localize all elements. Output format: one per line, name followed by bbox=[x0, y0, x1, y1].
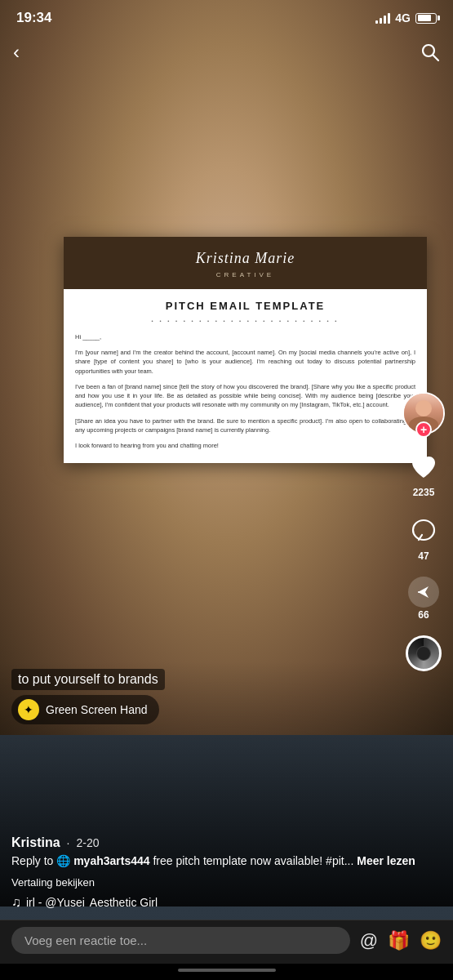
right-sidebar: + 2235 47 66 bbox=[402, 392, 445, 671]
pitch-body: PITCH EMAIL TEMPLATE • • • • • • • • • •… bbox=[64, 289, 427, 463]
music-artist: irl - @Yusei bbox=[26, 896, 85, 909]
pitch-divider: • • • • • • • • • • • • • • • • • • • • … bbox=[75, 318, 415, 324]
signal-icon bbox=[375, 12, 390, 24]
user-info: Kristina · 2-20 Reply to 🌐 myah3arts444 … bbox=[0, 835, 453, 876]
home-indicator bbox=[0, 964, 453, 980]
status-icons: 4G bbox=[375, 11, 437, 24]
pitch-closing: I look forward to hearing from you and c… bbox=[75, 441, 415, 450]
bottom-overlay: Kristina · 2-20 Reply to 🌐 myah3arts444 … bbox=[0, 835, 453, 980]
pitch-header: Kristina Marie CREATIVE bbox=[64, 237, 427, 289]
username-row: Kristina · 2-20 bbox=[11, 835, 442, 850]
comment-button[interactable] bbox=[406, 513, 442, 549]
status-time: 19:34 bbox=[16, 10, 51, 26]
pitch-para2: I've been a fan of [brand name] since [t… bbox=[75, 382, 415, 410]
mention-button[interactable]: @ bbox=[360, 930, 378, 951]
pitch-document: Kristina Marie CREATIVE PITCH EMAIL TEMP… bbox=[64, 237, 427, 463]
search-button[interactable] bbox=[420, 42, 440, 67]
subtitle-area: to put yourself to brands bbox=[11, 669, 165, 698]
share-action[interactable]: 66 bbox=[408, 577, 439, 621]
comment-bar: @ 🎁 🙂 bbox=[0, 920, 453, 964]
music-row[interactable]: ♫ irl - @Yusei Aesthetic Girl bbox=[0, 895, 453, 910]
effect-icon: ✦ bbox=[18, 699, 39, 720]
effect-area[interactable]: ✦ Green Screen Hand bbox=[11, 695, 159, 731]
battery-icon bbox=[415, 13, 437, 24]
pitch-para3: [Share an idea you have to partner with … bbox=[75, 416, 415, 435]
effect-badge[interactable]: ✦ Green Screen Hand bbox=[11, 695, 159, 724]
translation-label: Vertaling bekijken bbox=[11, 876, 95, 889]
heart-button[interactable] bbox=[406, 449, 442, 485]
network-type: 4G bbox=[395, 11, 411, 24]
brand-name: Kristina Marie bbox=[80, 248, 411, 269]
effect-name: Green Screen Hand bbox=[46, 703, 148, 716]
music-note-icon: ♫ bbox=[11, 895, 21, 910]
subtitle-pill: to put yourself to brands bbox=[11, 669, 165, 690]
sound-disc-inner bbox=[416, 646, 431, 661]
like-count: 2235 bbox=[413, 487, 435, 498]
post-date: 2-20 bbox=[76, 836, 99, 849]
comment-icon bbox=[410, 517, 437, 545]
caption-body: free pitch template now available! #pit.… bbox=[153, 854, 353, 867]
share-icon bbox=[414, 582, 433, 602]
subtitle-text: to put yourself to brands bbox=[18, 672, 158, 686]
mention-user[interactable]: myah3arts444 bbox=[73, 854, 149, 867]
translation-row[interactable]: Vertaling bekijken bbox=[0, 876, 453, 889]
sound-disc[interactable] bbox=[406, 635, 442, 671]
music-song: Aesthetic Girl bbox=[90, 896, 158, 909]
emoji-button[interactable]: 🙂 bbox=[420, 930, 442, 951]
svg-line-1 bbox=[433, 56, 439, 61]
gift-button[interactable]: 🎁 bbox=[388, 930, 410, 951]
like-action[interactable]: 2235 bbox=[406, 449, 442, 498]
battery-fill bbox=[418, 15, 432, 21]
heart-icon bbox=[409, 452, 438, 482]
caption-text: Reply to 🌐 myah3arts444 free pitch templ… bbox=[11, 853, 442, 870]
creator-avatar[interactable]: + bbox=[402, 392, 445, 434]
reply-label: Reply to bbox=[11, 854, 53, 867]
date-separator: · bbox=[67, 836, 70, 849]
back-button[interactable]: ‹ bbox=[13, 41, 20, 64]
comment-count: 47 bbox=[418, 550, 429, 562]
read-more[interactable]: Meer lezen bbox=[357, 854, 415, 867]
pitch-greeting: Hi _____, bbox=[75, 332, 415, 341]
follow-button[interactable]: + bbox=[415, 421, 432, 438]
comment-input[interactable] bbox=[11, 927, 350, 954]
pitch-title: PITCH EMAIL TEMPLATE bbox=[75, 299, 415, 314]
status-bar: 19:34 4G bbox=[0, 0, 453, 36]
pitch-para1: I'm [your name] and I'm the creator behi… bbox=[75, 348, 415, 376]
mention-icon: 🌐 bbox=[56, 854, 73, 867]
share-count: 66 bbox=[418, 609, 429, 621]
comment-action[interactable]: 47 bbox=[406, 513, 442, 562]
home-pill bbox=[178, 969, 276, 972]
share-button[interactable] bbox=[408, 577, 439, 608]
username[interactable]: Kristina bbox=[11, 835, 60, 850]
svg-point-2 bbox=[413, 520, 434, 540]
brand-subtitle: CREATIVE bbox=[80, 270, 411, 279]
